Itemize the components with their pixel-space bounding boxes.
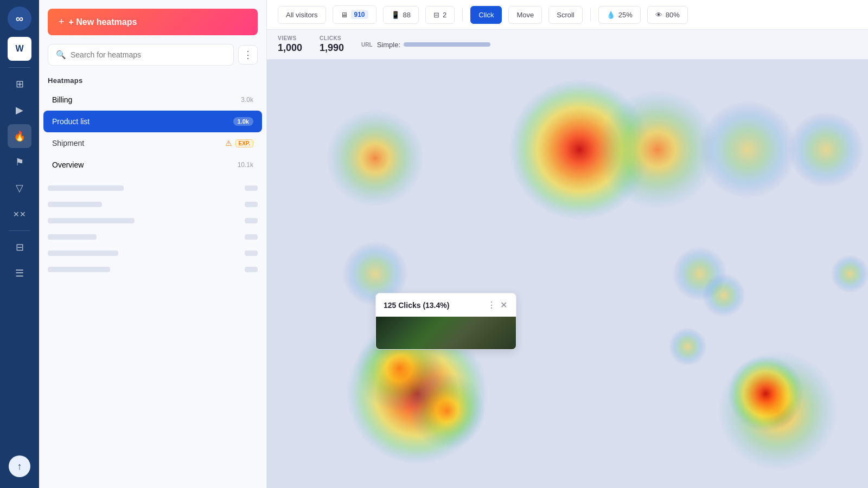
tooltip-actions: ⋮ ✕	[486, 299, 508, 311]
click-label: Click	[478, 11, 494, 19]
mobile-button[interactable]: 📱 88	[383, 6, 419, 24]
skeleton-item-6	[48, 261, 258, 278]
move-button[interactable]: Move	[508, 6, 542, 24]
skeleton-dot	[245, 218, 258, 223]
skeleton-bar	[48, 185, 124, 191]
skeleton-bar	[48, 267, 110, 272]
opacity-value: 25%	[618, 11, 633, 19]
new-heatmap-button[interactable]: + + New heatmaps	[48, 9, 258, 35]
tooltip-preview	[376, 317, 516, 349]
visibility-button[interactable]: 👁 80%	[647, 6, 688, 24]
play-icon[interactable]: ▶	[8, 98, 31, 122]
mobile-icon: 📱	[391, 11, 400, 19]
heatmap-count-billing: 3.0k	[241, 96, 253, 104]
skeleton-bar	[48, 202, 102, 207]
grid-icon[interactable]: ⊞	[8, 72, 31, 96]
url-text: Simple:	[377, 41, 400, 49]
toolbar-divider-1	[462, 8, 463, 21]
opacity-button[interactable]: 💧 25%	[598, 6, 641, 24]
views-stat: VIEWS 1,000	[278, 35, 302, 54]
tooltip-close-button[interactable]: ✕	[499, 299, 508, 311]
heatmap-item-product-list[interactable]: Product list 1.0k	[43, 111, 262, 132]
heatmap-name-billing: Billing	[52, 95, 72, 104]
warning-icon: ⚠	[225, 139, 232, 147]
stats-bar: VIEWS 1,000 CLICKS 1,990 URL Simple:	[267, 30, 868, 60]
upload-icon[interactable]: ↑	[9, 455, 30, 477]
search-box[interactable]: 🔍	[48, 44, 234, 66]
skeleton-bar	[48, 218, 135, 223]
table-icon[interactable]: ⊟	[8, 235, 31, 259]
exp-badge: EXP.	[235, 139, 254, 147]
skeleton-dot	[245, 267, 258, 272]
more-options-button[interactable]: ⋮	[238, 45, 258, 65]
tooltip-title: 125 Clicks (13.4%)	[384, 301, 449, 310]
url-value: Simple:	[377, 41, 490, 49]
url-bar	[404, 42, 490, 47]
other-count: 2	[443, 11, 446, 19]
other-button[interactable]: ⊟ 2	[425, 6, 455, 24]
views-value: 1,000	[278, 42, 302, 54]
desktop-count: 910	[351, 10, 368, 19]
clicks-stat: CLICKS 1,990	[320, 35, 344, 54]
search-icon: 🔍	[56, 50, 66, 60]
desktop-button[interactable]: 🖥 910	[333, 5, 376, 24]
skeleton-dot	[245, 234, 258, 240]
skeleton-bar	[48, 234, 97, 240]
all-visitors-button[interactable]: All visitors	[278, 6, 326, 24]
new-heatmap-label: + New heatmaps	[69, 17, 137, 27]
scroll-button[interactable]: Scroll	[548, 6, 583, 24]
skeleton-item-2	[48, 196, 258, 213]
heatmap-item-billing[interactable]: Billing 3.0k	[43, 89, 262, 111]
skeleton-item-1	[48, 180, 258, 196]
visibility-value: 80%	[666, 11, 680, 19]
skeleton-item-5	[48, 245, 258, 261]
heatmap-name-overview: Overview	[52, 160, 84, 169]
sidebar-divider-2	[9, 230, 30, 231]
skeleton-list	[39, 176, 266, 282]
views-label: VIEWS	[278, 35, 302, 41]
heatmaps-section-label: Heatmaps	[39, 72, 266, 89]
funnel-icon[interactable]: ▽	[8, 176, 31, 200]
heatmap-item-overview[interactable]: Overview 10.1k	[43, 154, 262, 176]
skeleton-item-3	[48, 213, 258, 229]
clicks-value: 1,990	[320, 42, 344, 54]
tooltip-more-button[interactable]: ⋮	[486, 299, 497, 311]
search-input[interactable]	[71, 50, 226, 59]
heatmap-name-shipment: Shipment	[52, 139, 84, 147]
url-stat: URL Simple:	[361, 41, 490, 49]
tooltip-header: 125 Clicks (13.4%) ⋮ ✕	[376, 293, 516, 317]
main-content: All visitors 🖥 910 📱 88 ⊟ 2 Click Move S…	[267, 0, 868, 488]
workspace-icon[interactable]: W	[8, 37, 31, 61]
sidebar-divider-1	[9, 67, 30, 68]
other-icon: ⊟	[433, 11, 439, 19]
archive-icon[interactable]: ☰	[8, 261, 31, 285]
click-tooltip: 125 Clicks (13.4%) ⋮ ✕	[375, 293, 516, 350]
heatmap-badge-product-list: 1.0k	[233, 117, 253, 126]
plus-icon: +	[59, 16, 65, 28]
desktop-icon: 🖥	[341, 11, 348, 19]
visibility-icon: 👁	[655, 11, 662, 19]
skeleton-dot	[245, 251, 258, 256]
toolbar: All visitors 🖥 910 📱 88 ⊟ 2 Click Move S…	[267, 0, 868, 30]
crossed-icon[interactable]: ✕✕	[8, 202, 31, 226]
search-row: 🔍 ⋮	[39, 44, 266, 72]
move-label: Move	[516, 11, 534, 19]
heatmap-count-overview: 10.1k	[238, 161, 253, 169]
heatmap-item-shipment[interactable]: Shipment ⚠ EXP.	[43, 132, 262, 154]
clicks-label: CLICKS	[320, 35, 344, 41]
skeleton-item-4	[48, 229, 258, 245]
scroll-label: Scroll	[557, 11, 575, 19]
heatmap-canvas	[267, 60, 868, 488]
shipment-right: ⚠ EXP.	[225, 139, 254, 147]
click-button[interactable]: Click	[470, 6, 502, 24]
mobile-count: 88	[403, 11, 411, 19]
panel-sidebar: + + New heatmaps 🔍 ⋮ Heatmaps Billing 3.…	[39, 0, 267, 488]
skeleton-dot	[245, 202, 258, 207]
flag-icon[interactable]: ⚑	[8, 150, 31, 174]
icon-sidebar: ∞ W ⊞ ▶ 🔥 ⚑ ▽ ✕✕ ⊟ ☰ ↑	[0, 0, 39, 488]
heatmap-name-product-list: Product list	[52, 117, 90, 126]
skeleton-dot	[245, 185, 258, 191]
heatmap-icon[interactable]: 🔥	[8, 124, 31, 148]
shipment-left: Shipment	[52, 139, 84, 147]
app-logo: ∞	[8, 7, 31, 30]
